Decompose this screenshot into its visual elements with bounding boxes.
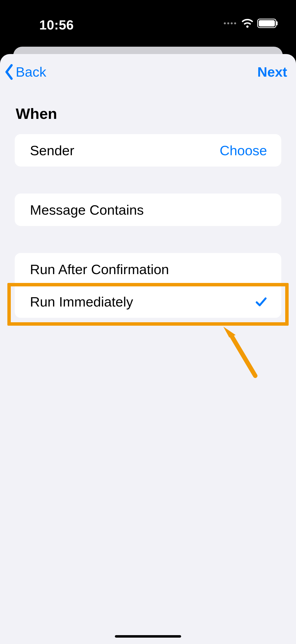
row-run-after-confirmation[interactable]: Run After Confirmation: [15, 253, 281, 286]
modal-sheet: Back Next When Sender Choose Message Con…: [0, 54, 296, 644]
back-button[interactable]: Back: [4, 64, 46, 80]
next-button[interactable]: Next: [258, 64, 287, 80]
home-indicator: [115, 635, 181, 638]
wifi-icon: [241, 19, 254, 28]
row-label: Run After Confirmation: [30, 261, 169, 277]
status-bar: 10:56: [0, 0, 296, 27]
checkmark-icon: [255, 296, 267, 307]
battery-icon: [257, 19, 276, 28]
group-message-contains: Message Contains: [15, 194, 281, 226]
choose-button[interactable]: Choose: [220, 142, 267, 158]
page-title: When: [0, 86, 296, 127]
row-message-contains[interactable]: Message Contains: [15, 194, 281, 226]
group-run-mode: Run After Confirmation Run Immediately: [15, 253, 281, 318]
chevron-left-icon: [4, 64, 14, 80]
row-label: Sender: [30, 142, 74, 158]
recording-dots-icon: [224, 22, 236, 24]
row-run-immediately[interactable]: Run Immediately: [15, 286, 281, 318]
row-sender[interactable]: Sender Choose: [15, 134, 281, 166]
row-label: Run Immediately: [30, 294, 133, 310]
row-label: Message Contains: [30, 202, 144, 218]
back-label: Back: [16, 64, 46, 80]
navigation-bar: Back Next: [0, 54, 296, 86]
status-right: [224, 19, 276, 28]
group-sender: Sender Choose: [15, 134, 281, 166]
status-time: 10:56: [39, 17, 74, 32]
